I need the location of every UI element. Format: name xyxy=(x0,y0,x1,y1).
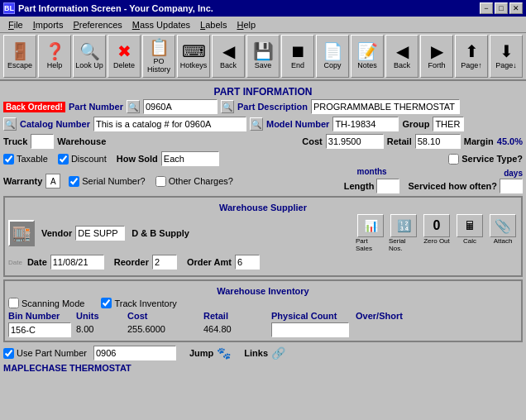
hotkeys-icon: ⌨ xyxy=(182,43,206,60)
hotkeys-button[interactable]: ⌨ Hotkeys xyxy=(177,35,210,78)
page-down-button[interactable]: ⬇ Page↓ xyxy=(490,35,523,78)
forth-button[interactable]: ▶ Forth xyxy=(420,35,453,78)
copy-button[interactable]: 📄 Copy xyxy=(316,35,349,78)
warehouse-supplier-panel: Warehouse Supplier 🏬 Vendor D & B Supply… xyxy=(3,196,523,277)
forth-icon: ▶ xyxy=(431,43,443,60)
use-part-number-checkbox[interactable] xyxy=(3,348,14,359)
vendor-code-input[interactable] xyxy=(75,226,125,241)
retail-input[interactable] xyxy=(415,134,461,149)
group-input[interactable] xyxy=(433,117,464,131)
maximize-button[interactable]: □ xyxy=(495,2,508,14)
how-sold-label: How Sold xyxy=(117,154,158,164)
delete-icon: ✖ xyxy=(117,43,132,60)
physical-count-input[interactable] xyxy=(271,322,349,337)
part-number-lookup[interactable]: 🔍 xyxy=(127,100,140,113)
track-inventory-label[interactable]: Track Inventory xyxy=(101,298,176,308)
save-button[interactable]: 💾 Save xyxy=(246,35,280,78)
notes-icon: 📝 xyxy=(357,43,378,60)
scanning-mode-label[interactable]: Scanning Mode xyxy=(8,298,84,308)
taxable-checkbox-label[interactable]: Taxable xyxy=(3,154,48,165)
calc-icon: 🖩 xyxy=(457,214,483,237)
part-number-label: Part Number xyxy=(69,102,123,112)
warehouse-inventory-header: Warehouse Inventory xyxy=(8,286,518,296)
how-sold-input[interactable] xyxy=(161,151,219,166)
serial-nos-icon: 🔢 xyxy=(390,214,417,237)
links-icon: 🔗 xyxy=(271,346,285,360)
attach-button[interactable]: 📎 Attach xyxy=(488,214,518,252)
date-input[interactable] xyxy=(50,255,104,270)
lookup-button[interactable]: 🔍 Look Up xyxy=(73,35,106,78)
part-sales-icon: 📊 xyxy=(357,214,384,237)
menu-imports[interactable]: Imports xyxy=(28,19,69,31)
po-history-icon: 📋 xyxy=(149,39,170,55)
serial-number-label[interactable]: Serial Number? xyxy=(69,176,145,187)
warehouse-supplier-header: Warehouse Supplier xyxy=(8,203,518,212)
length-input[interactable] xyxy=(376,179,399,193)
help-button[interactable]: ❓ Help xyxy=(38,35,71,78)
col-over-short: Over/Short xyxy=(356,311,422,321)
service-type-checkbox[interactable] xyxy=(448,154,459,165)
use-part-number-input[interactable] xyxy=(93,346,176,360)
serial-number-checkbox[interactable] xyxy=(69,176,79,187)
other-charges-label[interactable]: Other Charges? xyxy=(155,176,233,187)
window-title: Part Information Screen - Your Company, … xyxy=(18,3,480,13)
attach-icon: 📎 xyxy=(490,214,516,237)
date-row: Date Date Reorder Order Amt xyxy=(8,255,518,270)
menu-preferences[interactable]: Preferences xyxy=(68,19,127,31)
model-number-input[interactable] xyxy=(332,117,399,131)
serviced-input[interactable] xyxy=(500,179,523,193)
part-desc-label: Part Description xyxy=(237,102,308,112)
notes-button[interactable]: 📝 Notes xyxy=(351,35,384,78)
part-number-input[interactable] xyxy=(143,99,218,114)
scanning-mode-checkbox[interactable] xyxy=(8,298,19,308)
discount-checkbox[interactable] xyxy=(58,154,69,165)
help-icon: ❓ xyxy=(45,43,65,60)
order-amt-input[interactable] xyxy=(235,255,260,270)
menu-labels[interactable]: Labels xyxy=(195,19,232,31)
minimize-button[interactable]: − xyxy=(480,2,493,14)
escape-button[interactable]: 🚪 Escape xyxy=(3,35,36,78)
back-button[interactable]: ◀ Back xyxy=(212,35,245,78)
jump-label: Jump xyxy=(189,348,213,358)
taxable-checkbox[interactable] xyxy=(3,154,14,165)
service-type-checkbox-label[interactable]: Service Type? xyxy=(448,154,523,165)
status-text: MAPLECHASE THERMOSTAT xyxy=(3,363,132,373)
close-button[interactable]: ✕ xyxy=(509,2,523,14)
menu-file[interactable]: File xyxy=(3,19,28,31)
length-label: Length xyxy=(344,181,375,191)
part-sales-button[interactable]: 📊 Part Sales xyxy=(356,214,385,252)
zero-out-icon: 0 xyxy=(423,214,450,237)
bin-number-input[interactable] xyxy=(8,322,71,337)
taxable-label: Taxable xyxy=(17,154,48,164)
end-icon: ⏹ xyxy=(289,43,306,60)
calc-button[interactable]: 🖩 Calc xyxy=(455,214,485,252)
page-up-icon: ⬆ xyxy=(465,43,479,60)
other-charges-checkbox[interactable] xyxy=(155,176,166,187)
zero-out-button[interactable]: 0 Zero Out xyxy=(422,214,452,252)
track-inventory-checkbox[interactable] xyxy=(101,298,112,308)
delete-button[interactable]: ✖ Delete xyxy=(108,35,141,78)
catalog-number-input[interactable] xyxy=(93,117,246,131)
truck-input[interactable] xyxy=(31,134,54,149)
part-desc-input[interactable] xyxy=(311,99,460,114)
menu-mass-updates[interactable]: Mass Updates xyxy=(127,19,195,31)
back-ordered-badge: Back Ordered! xyxy=(3,102,65,112)
vendor-row: 🏬 Vendor D & B Supply 📊 Part Sales 🔢 Ser… xyxy=(8,214,518,252)
po-history-button[interactable]: 📋 PO History xyxy=(142,35,175,78)
model-lookup[interactable]: 🔍 xyxy=(250,117,263,131)
discount-checkbox-label[interactable]: Discount xyxy=(58,154,107,165)
cost-input[interactable] xyxy=(326,134,384,149)
model-number-label: Model Number xyxy=(266,119,329,129)
part-desc-lookup[interactable]: 🔍 xyxy=(221,100,234,113)
catalog-lookup[interactable]: 🔍 xyxy=(3,117,17,131)
main-content: PART INFORMATION Back Ordered! Part Numb… xyxy=(0,81,526,379)
back2-button[interactable]: ◀ Back xyxy=(385,35,418,78)
reorder-input[interactable] xyxy=(152,255,177,270)
page-up-button[interactable]: ⬆ Page↑ xyxy=(455,35,488,78)
col-retail: Retail xyxy=(203,311,270,321)
menu-help[interactable]: Help xyxy=(232,19,261,31)
use-part-number-label[interactable]: Use Part Number xyxy=(3,348,87,359)
part-number-row: Back Ordered! Part Number 🔍 🔍 Part Descr… xyxy=(3,99,523,114)
serial-nos-button[interactable]: 🔢 Serial Nos. xyxy=(389,214,418,252)
end-button[interactable]: ⏹ End xyxy=(281,35,314,78)
